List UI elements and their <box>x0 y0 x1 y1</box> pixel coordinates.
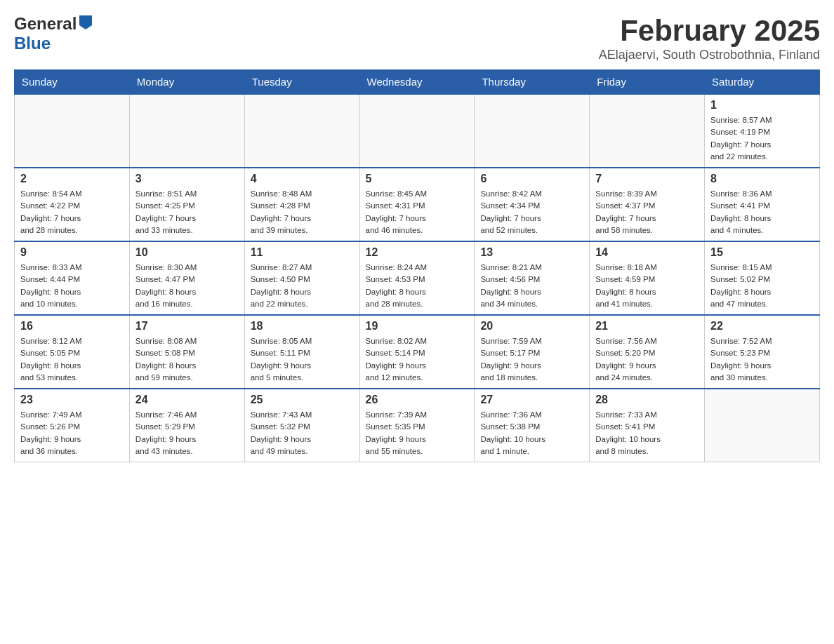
calendar-week-row: 2Sunrise: 8:54 AM Sunset: 4:22 PM Daylig… <box>15 168 820 241</box>
day-info: Sunrise: 8:42 AM Sunset: 4:34 PM Dayligh… <box>480 188 583 236</box>
calendar-cell: 20Sunrise: 7:59 AM Sunset: 5:17 PM Dayli… <box>475 315 590 389</box>
calendar-header: SundayMondayTuesdayWednesdayThursdayFrid… <box>15 70 820 95</box>
calendar-cell: 6Sunrise: 8:42 AM Sunset: 4:34 PM Daylig… <box>475 168 590 241</box>
calendar-cell: 5Sunrise: 8:45 AM Sunset: 4:31 PM Daylig… <box>359 168 475 241</box>
calendar-table: SundayMondayTuesdayWednesdayThursdayFrid… <box>14 69 820 462</box>
day-number: 13 <box>480 246 583 259</box>
day-info: Sunrise: 8:48 AM Sunset: 4:28 PM Dayligh… <box>251 188 354 236</box>
day-number: 2 <box>20 173 124 185</box>
day-info: Sunrise: 8:30 AM Sunset: 4:47 PM Dayligh… <box>135 262 239 310</box>
day-number: 28 <box>595 394 699 406</box>
day-of-week-header: Sunday <box>15 70 130 95</box>
day-number: 5 <box>366 173 469 185</box>
day-number: 23 <box>20 394 124 406</box>
day-info: Sunrise: 7:33 AM Sunset: 5:41 PM Dayligh… <box>595 409 699 457</box>
day-number: 20 <box>480 320 583 333</box>
day-info: Sunrise: 7:56 AM Sunset: 5:20 PM Dayligh… <box>595 335 699 384</box>
day-of-week-header: Tuesday <box>244 70 359 95</box>
day-number: 25 <box>251 394 354 406</box>
day-info: Sunrise: 7:59 AM Sunset: 5:17 PM Dayligh… <box>480 335 583 384</box>
day-info: Sunrise: 8:45 AM Sunset: 4:31 PM Dayligh… <box>366 188 469 236</box>
calendar-cell: 12Sunrise: 8:24 AM Sunset: 4:53 PM Dayli… <box>359 241 475 315</box>
day-number: 22 <box>710 320 814 333</box>
calendar-cell: 21Sunrise: 7:56 AM Sunset: 5:20 PM Dayli… <box>590 315 705 389</box>
day-of-week-header: Friday <box>590 70 705 95</box>
svg-marker-0 <box>79 15 92 29</box>
day-number: 6 <box>480 173 583 185</box>
calendar-cell: 4Sunrise: 8:48 AM Sunset: 4:28 PM Daylig… <box>244 168 359 241</box>
day-number: 4 <box>251 173 354 185</box>
month-title: February 2025 <box>599 14 820 48</box>
calendar-cell: 1Sunrise: 8:57 AM Sunset: 4:19 PM Daylig… <box>705 94 820 168</box>
calendar-cell: 24Sunrise: 7:46 AM Sunset: 5:29 PM Dayli… <box>129 389 244 462</box>
day-number: 17 <box>135 320 239 333</box>
calendar-cell: 19Sunrise: 8:02 AM Sunset: 5:14 PM Dayli… <box>359 315 475 389</box>
day-info: Sunrise: 8:21 AM Sunset: 4:56 PM Dayligh… <box>480 262 583 310</box>
logo-triangle-icon <box>79 15 92 32</box>
day-number: 11 <box>251 246 354 259</box>
calendar-cell <box>244 94 359 168</box>
header-row: SundayMondayTuesdayWednesdayThursdayFrid… <box>15 70 820 95</box>
calendar-cell <box>15 94 130 168</box>
calendar-cell: 9Sunrise: 8:33 AM Sunset: 4:44 PM Daylig… <box>15 241 130 315</box>
day-number: 1 <box>710 99 814 112</box>
day-number: 16 <box>20 320 124 333</box>
day-info: Sunrise: 8:05 AM Sunset: 5:11 PM Dayligh… <box>251 335 354 384</box>
day-number: 24 <box>135 394 239 406</box>
day-of-week-header: Monday <box>129 70 244 95</box>
day-number: 26 <box>366 394 469 406</box>
calendar-cell: 26Sunrise: 7:39 AM Sunset: 5:35 PM Dayli… <box>359 389 475 462</box>
day-number: 7 <box>595 173 699 185</box>
day-number: 19 <box>366 320 469 333</box>
day-number: 14 <box>595 246 699 259</box>
calendar-cell <box>359 94 475 168</box>
day-info: Sunrise: 8:02 AM Sunset: 5:14 PM Dayligh… <box>366 335 469 384</box>
day-number: 15 <box>710 246 814 259</box>
calendar-cell <box>590 94 705 168</box>
day-number: 12 <box>366 246 469 259</box>
day-number: 10 <box>135 246 239 259</box>
calendar-cell: 28Sunrise: 7:33 AM Sunset: 5:41 PM Dayli… <box>590 389 705 462</box>
day-info: Sunrise: 8:15 AM Sunset: 5:02 PM Dayligh… <box>710 262 814 310</box>
calendar-cell: 14Sunrise: 8:18 AM Sunset: 4:59 PM Dayli… <box>590 241 705 315</box>
calendar-cell: 8Sunrise: 8:36 AM Sunset: 4:41 PM Daylig… <box>705 168 820 241</box>
day-number: 8 <box>710 173 814 185</box>
calendar-cell: 13Sunrise: 8:21 AM Sunset: 4:56 PM Dayli… <box>475 241 590 315</box>
calendar-cell: 2Sunrise: 8:54 AM Sunset: 4:22 PM Daylig… <box>15 168 130 241</box>
title-block: February 2025 AElajaervi, South Ostrobot… <box>599 14 820 62</box>
page-header: General Blue February 2025 AElajaervi, S… <box>14 14 820 62</box>
calendar-body: 1Sunrise: 8:57 AM Sunset: 4:19 PM Daylig… <box>15 94 820 462</box>
calendar-cell: 25Sunrise: 7:43 AM Sunset: 5:32 PM Dayli… <box>244 389 359 462</box>
day-of-week-header: Thursday <box>475 70 590 95</box>
day-info: Sunrise: 8:08 AM Sunset: 5:08 PM Dayligh… <box>135 335 239 384</box>
calendar-cell: 22Sunrise: 7:52 AM Sunset: 5:23 PM Dayli… <box>705 315 820 389</box>
day-number: 27 <box>480 394 583 406</box>
day-info: Sunrise: 8:36 AM Sunset: 4:41 PM Dayligh… <box>710 188 814 236</box>
calendar-cell: 10Sunrise: 8:30 AM Sunset: 4:47 PM Dayli… <box>129 241 244 315</box>
day-info: Sunrise: 7:43 AM Sunset: 5:32 PM Dayligh… <box>251 409 354 457</box>
calendar-week-row: 1Sunrise: 8:57 AM Sunset: 4:19 PM Daylig… <box>15 94 820 168</box>
day-number: 3 <box>135 173 239 185</box>
calendar-cell: 3Sunrise: 8:51 AM Sunset: 4:25 PM Daylig… <box>129 168 244 241</box>
day-number: 18 <box>251 320 354 333</box>
day-info: Sunrise: 8:54 AM Sunset: 4:22 PM Dayligh… <box>20 188 124 236</box>
calendar-cell: 7Sunrise: 8:39 AM Sunset: 4:37 PM Daylig… <box>590 168 705 241</box>
day-info: Sunrise: 8:24 AM Sunset: 4:53 PM Dayligh… <box>366 262 469 310</box>
calendar-cell: 11Sunrise: 8:27 AM Sunset: 4:50 PM Dayli… <box>244 241 359 315</box>
logo: General Blue <box>14 14 92 53</box>
day-info: Sunrise: 8:33 AM Sunset: 4:44 PM Dayligh… <box>20 262 124 310</box>
day-info: Sunrise: 8:39 AM Sunset: 4:37 PM Dayligh… <box>595 188 699 236</box>
calendar-cell: 15Sunrise: 8:15 AM Sunset: 5:02 PM Dayli… <box>705 241 820 315</box>
day-number: 21 <box>595 320 699 333</box>
calendar-week-row: 23Sunrise: 7:49 AM Sunset: 5:26 PM Dayli… <box>15 389 820 462</box>
calendar-cell: 16Sunrise: 8:12 AM Sunset: 5:05 PM Dayli… <box>15 315 130 389</box>
logo-general: General <box>14 14 77 34</box>
day-number: 9 <box>20 246 124 259</box>
calendar-week-row: 9Sunrise: 8:33 AM Sunset: 4:44 PM Daylig… <box>15 241 820 315</box>
day-info: Sunrise: 8:18 AM Sunset: 4:59 PM Dayligh… <box>595 262 699 310</box>
day-of-week-header: Saturday <box>705 70 820 95</box>
day-info: Sunrise: 8:57 AM Sunset: 4:19 PM Dayligh… <box>710 114 814 163</box>
location-subtitle: AElajaervi, South Ostrobothnia, Finland <box>599 48 820 62</box>
day-info: Sunrise: 8:51 AM Sunset: 4:25 PM Dayligh… <box>135 188 239 236</box>
day-info: Sunrise: 7:52 AM Sunset: 5:23 PM Dayligh… <box>710 335 814 384</box>
